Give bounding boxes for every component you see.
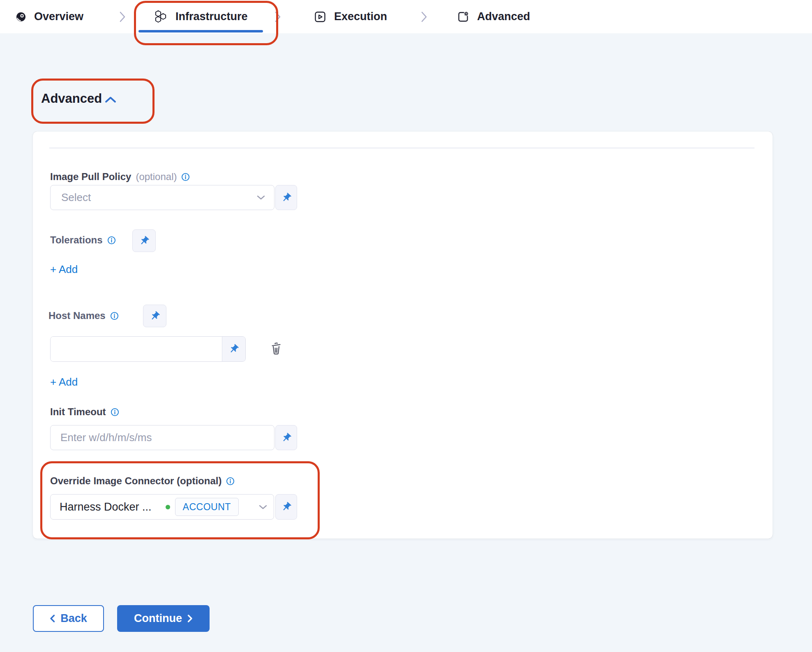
info-icon[interactable] [111,408,119,416]
host-names-input-pin-button[interactable] [222,337,245,361]
image-pull-policy-pin-button[interactable] [275,185,297,210]
info-icon[interactable] [110,312,119,320]
tolerations-label: Tolerations [50,234,116,246]
override-image-connector-label: Override Image Connector (optional) [50,475,235,487]
chevron-right-icon [119,0,126,33]
chevron-up-icon[interactable] [105,96,116,103]
host-names-label-text: Host Names [48,310,106,321]
back-button[interactable]: Back [33,605,104,632]
chevron-down-icon [257,195,265,200]
tolerations-label-text: Tolerations [50,234,103,246]
override-image-connector-field[interactable]: Harness Docker ... ACCOUNT [50,494,274,520]
init-timeout-pin-button[interactable] [275,425,297,450]
chevron-right-icon [275,0,281,33]
host-names-input[interactable] [51,337,222,361]
override-image-connector-label-text: Override Image Connector (optional) [50,475,221,487]
pin-icon [281,432,292,443]
image-pull-policy-label-text: Image Pull Policy [50,171,131,183]
init-timeout-label: Init Timeout [50,406,119,418]
chevron-right-icon [187,614,193,623]
host-names-delete-button[interactable] [270,341,283,356]
tolerations-pin-button[interactable] [132,229,156,252]
host-names-label: Host Names [48,310,119,321]
pin-icon [139,236,150,246]
image-pull-policy-select[interactable]: Select [50,185,275,210]
card-divider [49,148,754,148]
image-pull-policy-placeholder: Select [61,191,257,204]
tab-execution-label: Execution [334,10,387,23]
infrastructure-icon [154,10,168,23]
back-button-label: Back [60,612,87,625]
tab-advanced[interactable]: Advanced [457,0,530,33]
trash-icon [270,341,283,356]
stage-tabs-bar: Overview Infrastructure Execution [0,0,812,33]
advanced-settings-card: Image Pull Policy (optional) Select Tole… [33,132,773,539]
host-names-add-link[interactable]: + Add [50,376,78,388]
pin-icon [281,192,292,203]
active-tab-underline [138,30,263,32]
chevron-right-icon [421,0,427,33]
continue-button-label: Continue [134,612,182,625]
overview-icon [16,12,26,22]
init-timeout-label-text: Init Timeout [50,406,106,418]
host-names-pin-button[interactable] [143,305,166,327]
host-names-input-group [50,336,246,362]
execution-icon [314,11,326,23]
chevron-down-icon [259,505,267,509]
connector-scope-badge: ACCOUNT [175,498,239,516]
continue-button[interactable]: Continue [117,605,210,632]
tab-overview[interactable]: Overview [16,0,83,33]
tolerations-add-link[interactable]: + Add [50,263,78,276]
init-timeout-input[interactable] [50,425,275,450]
chevron-left-icon [50,614,55,623]
tab-overview-label: Overview [34,10,83,23]
info-icon[interactable] [107,236,116,245]
override-image-connector-pin-button[interactable] [275,494,297,520]
advanced-section-heading[interactable]: Advanced [41,91,116,106]
advanced-section-title: Advanced [41,91,102,106]
pin-icon [281,502,292,512]
info-icon[interactable] [181,173,190,181]
tab-advanced-label: Advanced [477,10,530,23]
image-pull-policy-optional: (optional) [136,171,177,183]
connector-status-dot [166,505,170,509]
tab-infrastructure-label: Infrastructure [175,10,248,23]
pin-icon [150,311,160,321]
pipeline-stage-config-page: { "colors": { "accent_blue": "#0f78d5", … [0,0,812,652]
advanced-gear-icon [457,11,469,23]
tab-execution[interactable]: Execution [314,0,387,33]
image-pull-policy-label: Image Pull Policy (optional) [50,171,190,183]
pin-icon [228,344,239,354]
info-icon[interactable] [226,477,235,486]
tab-infrastructure[interactable]: Infrastructure [154,0,248,33]
connector-name: Harness Docker ... [60,501,152,513]
